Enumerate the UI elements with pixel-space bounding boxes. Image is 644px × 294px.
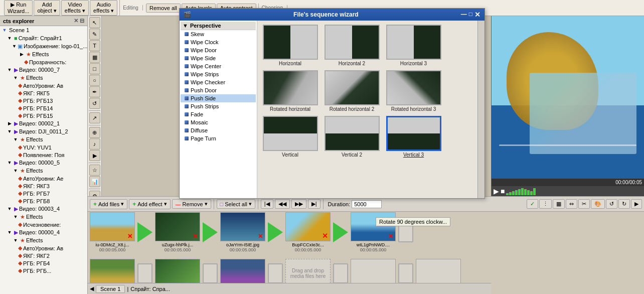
add-files-button[interactable]: + Add files ▾ — [90, 199, 127, 209]
list-item[interactable]: ◆ ЯКГ: ЯКГ3 — [0, 182, 87, 190]
thumb-horizontal3[interactable] — [386, 25, 441, 60]
mid-zoom-button[interactable]: ⊕ — [89, 127, 100, 138]
mid-star-button[interactable]: ☆ — [89, 165, 100, 176]
effect-item-mosaic[interactable]: Mosaic — [181, 118, 256, 126]
thumb-rot-h[interactable] — [263, 70, 318, 105]
list-item[interactable]: ◆ YUV: YUV1 — [0, 143, 87, 151]
list-item[interactable]: ▼ ▶ Видео: 00000_4 — [0, 228, 87, 236]
effect-item-wipe-clock[interactable]: Wipe Clock — [181, 38, 256, 46]
mid-pointer-button[interactable]: ↗ — [89, 112, 100, 123]
list-item[interactable]: ◆ РГБ: РГБ8 — [0, 197, 87, 205]
mid-music-button[interactable]: ♪ — [89, 138, 100, 150]
list-item[interactable]: ◆ Прозрачность: — [0, 58, 87, 66]
effect-thumb-horizontal3[interactable]: Horizontal 3 — [385, 25, 442, 66]
effect-item-wipe-side[interactable]: Wipe Side — [181, 54, 256, 62]
list-item[interactable]: ▼ ▣ Изображение: logo-01_... — [0, 42, 87, 50]
list-item[interactable]: ▼ ▶ Видео: 00000_7 — [0, 66, 87, 74]
effect-thumb-rot-h2[interactable]: Rotated horizontal 2 — [323, 70, 381, 112]
mid-shape-button[interactable]: □ — [89, 63, 100, 74]
thumb-horizontal[interactable] — [263, 25, 318, 60]
list-item[interactable]: ▼ ▶ Видео: 00000_5 — [0, 159, 87, 167]
redo-button[interactable]: ↻ — [618, 199, 630, 209]
effect-thumb-rot-h3[interactable]: Rotated horizontal 3 — [385, 70, 442, 112]
dialog-minimize-button[interactable]: — — [461, 11, 467, 19]
effect-item-push-door[interactable]: Push Door — [181, 86, 256, 94]
effect-item-wipe-strips[interactable]: Wipe Strips — [181, 70, 256, 78]
list-item[interactable]: ▼ ★ Effects — [0, 135, 87, 143]
effect-item-skew[interactable]: Skew — [181, 30, 256, 38]
thumb-vertical3[interactable] — [386, 116, 441, 151]
effect-thumb-vertical[interactable]: Vertical — [261, 116, 319, 158]
scene-tab-1[interactable]: Scene 1 — [96, 285, 125, 293]
list-item[interactable]: ▼ ★ Effects — [0, 213, 87, 221]
mid-grid-button[interactable]: ▦ — [89, 52, 100, 63]
effect-thumb-vertical2[interactable]: Vertical 2 — [323, 116, 381, 158]
skip-end-button[interactable]: ▶| — [308, 199, 320, 209]
list-item[interactable]: ▶ ▶ Видео: 00002_1 — [0, 119, 87, 127]
mid-refresh-button[interactable]: ↺ — [89, 98, 100, 109]
list-item[interactable]: ◆ РГБ: РГБ... — [0, 267, 87, 274]
thumb-horizontal2[interactable] — [325, 25, 380, 60]
effect-grid-scrollbar[interactable] — [477, 21, 485, 198]
effect-item-diffuse[interactable]: Diffuse — [181, 126, 256, 134]
effect-item-push-side[interactable]: Push Side — [181, 94, 256, 102]
list-item[interactable]: ◆ АвтоУровни: Ав — [0, 244, 87, 252]
list-item[interactable]: ◆ ЯКГ: ЯКГ2 — [0, 252, 87, 259]
list-item[interactable]: ◆ ЯКГ: ЯКГ5 — [0, 89, 87, 97]
track-thumb-1[interactable]: ✕ — [90, 212, 135, 241]
track-thumb-4[interactable]: ✕ — [285, 212, 331, 241]
thumb-rot-h3[interactable] — [386, 70, 441, 105]
list-item[interactable]: ◆ Появление: Поя — [0, 151, 87, 159]
mid-text-button[interactable]: T — [89, 40, 100, 51]
grid-view-button[interactable]: ▦ — [553, 199, 565, 209]
list-item[interactable]: ◆ РГБ: РГБ14 — [0, 104, 87, 112]
extra-button[interactable]: ▶ — [631, 199, 642, 209]
list-item[interactable]: ▼ ▶ Видео: DJI_0011_2 — [0, 127, 87, 135]
list-item[interactable]: ◆ РГБ: РГБ7 — [0, 190, 87, 197]
track-thumb-3[interactable]: ✕ — [220, 212, 265, 241]
select-all-button[interactable]: □ Select all ▾ — [217, 199, 255, 209]
track-thumb-5[interactable]: ✕ — [351, 212, 396, 241]
play-button[interactable]: ▶ — [494, 187, 499, 195]
effect-thumb-vertical3[interactable]: Vertical 3 — [385, 116, 442, 158]
undo-button[interactable]: ↺ — [606, 199, 617, 209]
mid-arrow-button[interactable]: ↖ — [89, 17, 100, 28]
add-object-button[interactable]: Addobject ▾ — [34, 0, 60, 16]
effect-item-wipe-door[interactable]: Wipe Door — [181, 46, 256, 54]
list-item[interactable]: ◆ АвтоУровни: Ав — [0, 82, 87, 89]
list-item[interactable]: ▼ ★ Effects — [0, 167, 87, 175]
mid-chart-button[interactable]: 📊 — [89, 176, 100, 187]
thumb-vertical[interactable] — [263, 116, 318, 151]
skip-start-button[interactable]: |◀ — [261, 199, 273, 209]
list-item[interactable]: ▼ ■ Спрайт: Спрайт1 — [0, 34, 87, 42]
resize-button[interactable]: ⇔ — [566, 199, 577, 209]
next-button[interactable]: ▶▶ — [291, 199, 306, 209]
add-effect-button[interactable]: + Add effect ▾ — [129, 199, 170, 209]
list-item[interactable]: ◆ Исчезновение: — [0, 221, 87, 228]
effect-item-wipe-center[interactable]: Wipe Center — [181, 62, 256, 70]
mid-edit-button[interactable]: ✎ — [89, 29, 100, 40]
check-button[interactable]: ✓ — [527, 199, 538, 209]
effect-item-fade[interactable]: Fade — [181, 110, 256, 118]
list-item[interactable]: ◆ РГБ: РГБ4 — [0, 259, 87, 267]
list-item[interactable]: ◆ АвтоУровни: Ае — [0, 175, 87, 182]
duration-input[interactable] — [352, 200, 382, 208]
remove-button[interactable]: — Remove ▾ — [172, 199, 211, 209]
panel-close-button[interactable]: ✕ ⊟ — [74, 18, 84, 24]
tree-area[interactable]: ▼ Scene 1 ▼ ■ Спрайт: Спрайт1 ▼ ▣ Изобра… — [0, 26, 87, 294]
list-item[interactable]: ▶ ★ Effects — [0, 50, 87, 58]
mid-pen-button[interactable]: ✒ — [89, 86, 100, 97]
video-effects-button[interactable]: Videoeffects ▾ — [61, 0, 89, 16]
list-item[interactable]: ▼ ★ Effects — [0, 236, 87, 244]
dialog-close-button[interactable]: ✕ — [474, 11, 480, 19]
scissors-button[interactable]: ✂ — [578, 199, 590, 209]
effect-item-push-strips[interactable]: Push Strips — [181, 102, 256, 110]
color-button[interactable]: 🎨 — [591, 199, 605, 209]
mid-circle-button[interactable]: ○ — [89, 75, 100, 86]
effect-item-page-turn[interactable]: Page Turn — [181, 134, 256, 142]
scene-root[interactable]: ▼ Scene 1 — [0, 26, 87, 34]
stop-button[interactable]: ■ — [501, 187, 505, 195]
effect-thumb-rot-h[interactable]: Rotated horizontal — [261, 70, 319, 112]
track-thumb-2[interactable]: ✕ — [155, 212, 200, 241]
list-item[interactable]: ◆ РГБ: РГБ15 — [0, 112, 87, 119]
